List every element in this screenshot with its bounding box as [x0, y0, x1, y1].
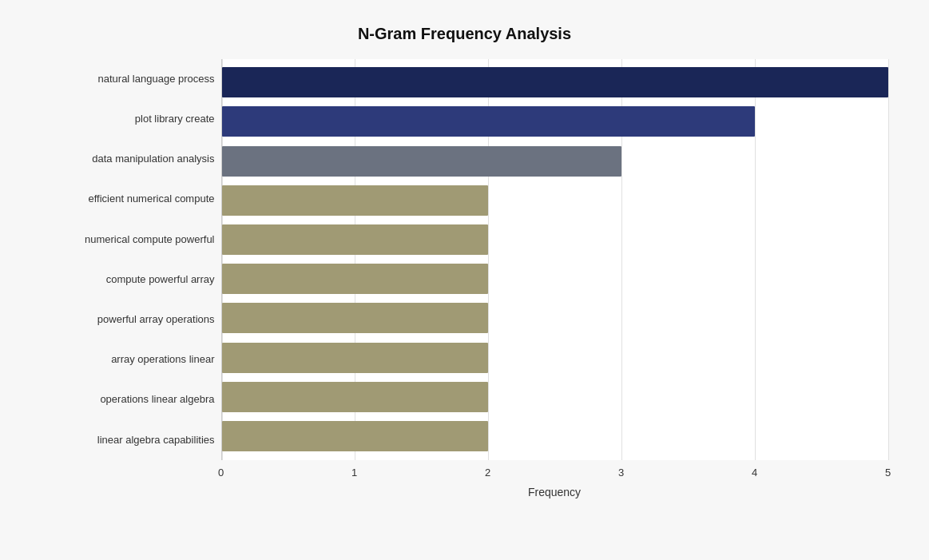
x-tick: 2: [485, 467, 490, 479]
bar: [222, 106, 755, 137]
x-axis: 012345: [221, 460, 888, 483]
x-tick: 1: [351, 467, 357, 479]
y-label: linear algebra capabilities: [42, 419, 215, 459]
x-tick: 4: [752, 467, 757, 479]
bar: [222, 67, 888, 97]
chart-title: N-Gram Frequency Analysis: [42, 25, 888, 43]
bar: [222, 264, 489, 294]
bar: [222, 343, 489, 373]
bar: [222, 146, 621, 177]
y-label: numerical compute powerful: [42, 219, 215, 259]
bar-row: [222, 377, 888, 416]
grid-and-bars: natural language processplot library cre…: [42, 59, 888, 460]
grid-line: [888, 59, 889, 460]
x-tick: 3: [618, 467, 624, 479]
y-label: data manipulation analysis: [42, 139, 215, 179]
bar: [222, 303, 489, 333]
bar-row: [222, 416, 888, 455]
y-labels: natural language processplot library cre…: [42, 59, 221, 460]
chart-container: N-Gram Frequency Analysis natural langua…: [26, 9, 904, 552]
bar-row: [222, 181, 888, 220]
bar-row: [222, 220, 888, 259]
bar: [222, 382, 489, 412]
bars-wrapper: [222, 59, 888, 460]
y-label: operations linear algebra: [42, 379, 215, 419]
bar: [222, 224, 489, 255]
y-label: powerful array operations: [42, 300, 215, 340]
y-label: array operations linear: [42, 340, 215, 379]
y-label: natural language process: [42, 59, 215, 99]
x-tick: 0: [218, 467, 224, 479]
bar: [222, 421, 489, 451]
bars-area: [221, 59, 888, 460]
bar-row: [222, 141, 888, 181]
y-label: efficient numerical compute: [42, 179, 215, 219]
bar-row: [222, 260, 888, 299]
x-tick: 5: [885, 467, 891, 479]
bar-row: [222, 338, 888, 377]
chart-area: natural language processplot library cre…: [42, 59, 888, 498]
bar-row: [222, 63, 888, 102]
x-axis-label: Frequency: [221, 486, 888, 498]
bar: [222, 185, 489, 216]
bar-row: [222, 102, 888, 141]
y-label: compute powerful array: [42, 260, 215, 300]
y-label: plot library create: [42, 99, 215, 139]
bar-row: [222, 299, 888, 338]
